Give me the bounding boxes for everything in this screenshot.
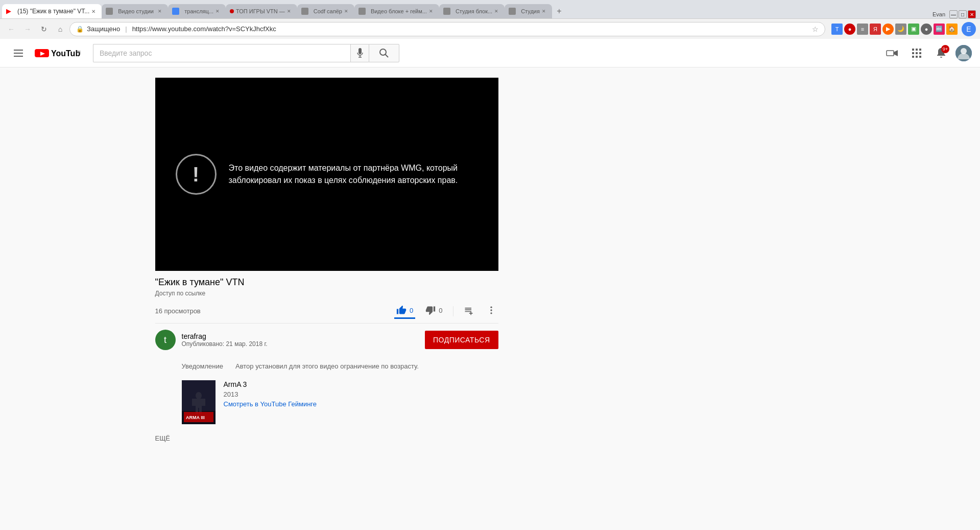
tab-close-4[interactable]: ✕ — [285, 7, 293, 15]
channel-name[interactable]: terafrag — [182, 332, 268, 340]
reload-button[interactable]: ↻ — [37, 22, 51, 36]
notification-text: Автор установил для этого видео ограниче… — [235, 362, 419, 370]
tab-favicon-5 — [301, 8, 308, 15]
tab-favicon-8 — [509, 8, 516, 15]
notifications-button[interactable]: 9+ — [931, 43, 951, 63]
tab-title-active: (15) "Ежик в тумане" VТ... — [17, 8, 89, 15]
subscribe-button[interactable]: ПОДПИСАТЬСЯ — [425, 331, 498, 349]
channel-avatar-letter: t — [164, 335, 166, 345]
tab-close-5[interactable]: ✕ — [342, 7, 350, 15]
browser-tab-6[interactable]: Видео блоке + гейм... ✕ — [354, 4, 439, 18]
tab-close-7[interactable]: ✕ — [492, 7, 500, 15]
tab-close-active[interactable]: ✕ — [89, 7, 98, 15]
notification-label: Уведомление — [182, 362, 223, 370]
browser-nav-right: T ● ≡ Я ▶ 🌙 ▣ ● 🔤 🏠 E — [831, 22, 976, 36]
browser-tab-8[interactable]: Студия ✕ — [505, 4, 552, 18]
ext-translate[interactable]: T — [831, 24, 843, 35]
new-tab-button[interactable]: + — [552, 4, 566, 18]
minimize-button[interactable]: — — [949, 10, 958, 18]
tab-title-8: Студия — [521, 8, 540, 14]
channel-info: t terafrag Опубликовано: 21 мар. 2018 г. — [155, 330, 268, 350]
add-to-playlist-button[interactable] — [462, 303, 476, 319]
tab-favicon-2 — [106, 8, 113, 15]
secure-label: Защищено — [87, 25, 120, 33]
ext-moon[interactable]: 🌙 — [895, 24, 906, 35]
ext-red-1[interactable]: ● — [844, 24, 855, 35]
svg-text:RU: RU — [77, 50, 81, 54]
forward-button[interactable]: → — [20, 22, 35, 36]
tab-close-3[interactable]: ✕ — [213, 7, 222, 15]
ext-circle[interactable]: ● — [921, 24, 932, 35]
voice-search-button[interactable] — [350, 44, 369, 62]
video-player[interactable]: ! Это видео содержит материалы от партнё… — [155, 78, 498, 271]
browser-tab-active[interactable]: ▶ (15) "Ежик в тумане" VТ... ✕ — [2, 4, 102, 18]
maximize-button[interactable]: □ — [959, 10, 967, 18]
svg-line-8 — [385, 54, 388, 57]
search-button[interactable] — [369, 44, 399, 62]
home-button[interactable]: ⌂ — [53, 22, 67, 36]
svg-point-27 — [196, 392, 202, 399]
tab-close-6[interactable]: ✕ — [427, 7, 435, 15]
svg-rect-4 — [358, 48, 362, 54]
game-year: 2013 — [224, 390, 317, 398]
svg-point-22 — [490, 307, 492, 308]
video-title: "Ежик в тумане" VТN — [155, 277, 498, 288]
publish-date: Опубликовано: 21 мар. 2018 г. — [182, 340, 268, 348]
ext-pink[interactable]: 🔤 — [934, 24, 945, 35]
tab-favicon-4 — [230, 9, 234, 13]
svg-rect-9 — [887, 51, 894, 56]
ext-orange[interactable]: ▶ — [882, 24, 894, 35]
svg-rect-28 — [196, 399, 202, 408]
tab-favicon-7 — [443, 8, 450, 15]
more-options-button[interactable] — [484, 303, 498, 319]
svg-rect-19 — [919, 56, 921, 58]
video-blocked-message: ! Это видео содержит материалы от партнё… — [155, 133, 498, 215]
browser-tab-5[interactable]: Соdf сапёр ✕ — [297, 4, 354, 18]
browser-tab-4[interactable]: ТОП ИГРЫ VТN — ✕ — [226, 4, 297, 18]
user-avatar[interactable] — [955, 45, 972, 61]
game-link[interactable]: Смотреть в YouTube Гейминге — [224, 400, 317, 408]
more-button[interactable]: ЕЩЁ — [155, 428, 498, 448]
game-title: ArmA 3 — [224, 380, 317, 388]
close-button[interactable]: ✕ — [968, 10, 976, 18]
access-label: Доступ по ссылке — [155, 290, 498, 297]
game-thumbnail[interactable]: ARMA III — [182, 380, 216, 424]
browser-tab-3[interactable]: трансляц... ✕ — [168, 4, 226, 18]
search-container — [93, 44, 399, 62]
view-count: 16 просмотров — [155, 307, 201, 315]
dislike-button[interactable]: 0 — [423, 303, 444, 319]
ext-yandex[interactable]: Я — [870, 24, 881, 35]
svg-point-24 — [490, 312, 492, 314]
tab-close-2[interactable]: ✕ — [156, 7, 164, 15]
ext-green[interactable]: ▣ — [908, 24, 919, 35]
browser-user[interactable]: Evan — [929, 10, 948, 18]
browser-nav-bar: ← → ↻ ⌂ 🔒 Защищено | https://www.youtube… — [0, 18, 980, 39]
like-button[interactable]: 0 — [394, 303, 415, 319]
ext-gray-1[interactable]: ≡ — [857, 24, 868, 35]
blocked-icon: ! — [176, 154, 217, 195]
youtube-logo[interactable]: YouTube RU — [35, 48, 81, 58]
blocked-text: Это видео содержит материалы от партнёра… — [229, 162, 478, 187]
ext-orange-2[interactable]: 🏠 — [946, 24, 958, 35]
search-input[interactable] — [93, 44, 350, 62]
like-count: 0 — [410, 307, 413, 314]
apps-button[interactable] — [906, 43, 927, 63]
channel-details: terafrag Опубликовано: 21 мар. 2018 г. — [182, 332, 268, 348]
profile-avatar[interactable]: E — [962, 22, 976, 36]
bookmark-icon[interactable]: ☆ — [812, 25, 819, 33]
hamburger-menu[interactable] — [8, 43, 29, 63]
action-separator — [453, 306, 453, 316]
tab-close-8[interactable]: ✕ — [540, 7, 548, 15]
address-bar[interactable]: 🔒 Защищено | https://www.youtube.com/wat… — [69, 22, 825, 36]
back-button[interactable]: ← — [4, 22, 18, 36]
svg-rect-17 — [912, 56, 914, 58]
video-content: ! Это видео содержит материалы от партнё… — [143, 67, 633, 520]
upload-button[interactable] — [882, 43, 902, 63]
svg-rect-11 — [912, 49, 914, 51]
tab-title-2: Видео студии — [118, 8, 156, 14]
browser-tab-2[interactable]: Видео студии ✕ — [102, 4, 168, 18]
channel-avatar[interactable]: t — [155, 330, 176, 350]
youtube-header: YouTube RU — [0, 39, 980, 67]
browser-tab-7[interactable]: Студия блок... ✕ — [439, 4, 505, 18]
sidebar — [776, 67, 980, 520]
